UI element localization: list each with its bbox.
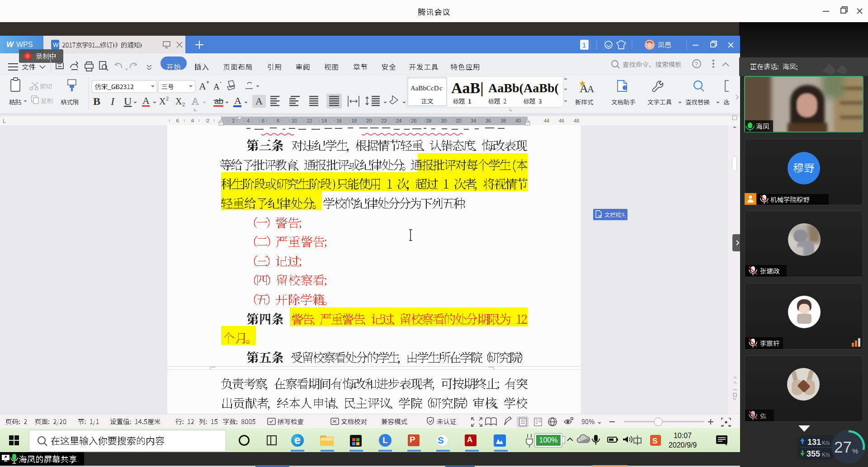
svg-text:8: 8 xyxy=(277,118,279,123)
svg-text:X: X xyxy=(159,96,166,106)
svg-text:40: 40 xyxy=(515,118,521,123)
svg-text:-: - xyxy=(220,79,222,85)
svg-text:34: 34 xyxy=(471,118,476,123)
svg-text:W: W xyxy=(6,40,14,49)
svg-text:X: X xyxy=(175,96,182,106)
svg-text:36: 36 xyxy=(486,118,491,123)
svg-text:AaBbCcD: AaBbCcD xyxy=(410,85,439,92)
svg-text:2: 2 xyxy=(166,95,169,102)
svg-text:c: c xyxy=(439,85,443,92)
svg-text:U: U xyxy=(124,95,132,107)
svg-text:A: A xyxy=(234,95,241,106)
svg-text:26: 26 xyxy=(411,118,416,123)
svg-text:20: 20 xyxy=(366,118,372,123)
svg-text:46: 46 xyxy=(559,118,564,123)
svg-text:AaB|: AaB| xyxy=(451,80,484,96)
svg-text:2: 2 xyxy=(182,101,185,108)
svg-text:?: ? xyxy=(695,61,698,67)
svg-text:22: 22 xyxy=(381,118,387,123)
svg-text:WPS: WPS xyxy=(16,41,33,48)
svg-text:2: 2 xyxy=(232,118,235,123)
svg-text:27: 27 xyxy=(834,438,852,456)
svg-text:AaBb(: AaBb( xyxy=(488,81,524,95)
svg-text:A: A xyxy=(255,95,263,107)
svg-text:A: A xyxy=(192,95,199,107)
svg-text:K/s: K/s xyxy=(822,452,830,458)
svg-text:28: 28 xyxy=(426,118,431,123)
svg-text:A: A xyxy=(199,80,206,92)
svg-text:%: % xyxy=(852,447,858,455)
svg-text:18: 18 xyxy=(351,118,357,123)
svg-text:L: L xyxy=(3,118,6,124)
svg-text:14: 14 xyxy=(321,118,327,123)
svg-text:10: 10 xyxy=(292,118,297,123)
svg-text:K/s: K/s xyxy=(822,440,830,446)
svg-text:24: 24 xyxy=(396,118,401,123)
svg-text:38: 38 xyxy=(500,118,506,123)
svg-text:131: 131 xyxy=(807,438,821,447)
svg-text:2: 2 xyxy=(207,118,209,123)
svg-text:48: 48 xyxy=(574,118,579,123)
svg-text:I: I xyxy=(110,95,115,107)
svg-text:355: 355 xyxy=(807,449,820,458)
svg-text:A: A xyxy=(587,84,594,94)
svg-text:4: 4 xyxy=(247,118,250,123)
svg-text:6: 6 xyxy=(262,118,264,123)
svg-text:ab: ab xyxy=(214,97,223,106)
svg-text:A: A xyxy=(142,95,150,106)
svg-text:A: A xyxy=(213,82,220,91)
svg-text:30: 30 xyxy=(441,118,446,123)
svg-text:44: 44 xyxy=(544,118,549,123)
svg-text:W: W xyxy=(53,42,59,48)
svg-text:16: 16 xyxy=(336,118,342,123)
svg-text:B: B xyxy=(93,95,100,107)
svg-text:32: 32 xyxy=(456,118,461,123)
svg-text:+: + xyxy=(206,79,209,85)
svg-text:12: 12 xyxy=(307,118,312,123)
svg-text:AaBb(: AaBb( xyxy=(524,81,559,95)
svg-text:S: S xyxy=(652,437,657,445)
svg-text:1: 1 xyxy=(582,41,586,49)
